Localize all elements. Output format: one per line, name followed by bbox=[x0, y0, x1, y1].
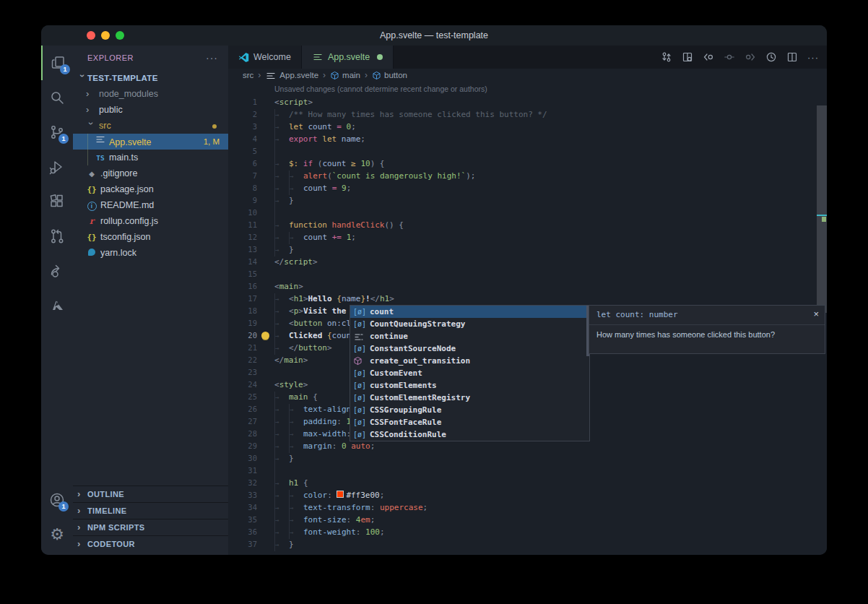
code-line-34[interactable]: 34→→text-transform: uppercase; bbox=[228, 501, 827, 514]
codelens-annotation[interactable]: Unsaved changes (cannot determine recent… bbox=[228, 82, 827, 96]
activity-item-github-pull-requests[interactable] bbox=[41, 219, 73, 254]
next-change-button[interactable] bbox=[742, 49, 758, 65]
suggest-item-CustomElementRegistry[interactable]: [ø]CustomElementRegistry bbox=[350, 392, 589, 404]
breadcrumb-item-src[interactable]: src bbox=[243, 69, 253, 82]
breadcrumb-item-main[interactable]: main bbox=[330, 69, 360, 82]
tree-item-tsconfig-json[interactable]: {}tsconfig.json bbox=[73, 229, 228, 245]
file-history-button[interactable] bbox=[763, 49, 779, 65]
code-line-12[interactable]: 12→→count += 1; bbox=[228, 231, 827, 243]
scrollbar-slider[interactable] bbox=[817, 105, 827, 313]
breadcrumb-item-app-svelte[interactable]: App.svelte bbox=[265, 69, 318, 82]
code-line-7[interactable]: 7→→alert(`count is dangerously high!`); bbox=[228, 170, 827, 182]
lightbulb-icon[interactable] bbox=[261, 332, 269, 340]
tree-item-node_modules[interactable]: ›node_modules bbox=[73, 86, 228, 102]
suggest-label: CSSFontFaceRule bbox=[370, 416, 441, 428]
line-number: 33 bbox=[228, 489, 257, 501]
activity-item-settings[interactable]: ⚙ bbox=[41, 517, 73, 552]
tree-item-rollup-config-js[interactable]: rrollup.config.js bbox=[73, 213, 228, 229]
section-npm-scripts[interactable]: ›NPM SCRIPTS bbox=[73, 519, 228, 535]
code-line-6[interactable]: 6→$: if (count ≥ 10) { bbox=[228, 158, 827, 170]
activity-item-search[interactable] bbox=[41, 80, 73, 115]
close-icon[interactable]: × bbox=[813, 309, 819, 319]
chevron-down-icon: › bbox=[74, 74, 90, 85]
suggest-item-CSSGroupingRule[interactable]: [ø]CSSGroupingRule bbox=[350, 404, 589, 416]
code-line-31[interactable]: 31 bbox=[228, 465, 827, 477]
suggest-item-CSSFontFaceRule[interactable]: [ø]CSSFontFaceRule bbox=[350, 416, 589, 428]
tab-welcome[interactable]: Welcome bbox=[228, 46, 302, 69]
suggest-item-create_out_transition[interactable]: create_out_transition bbox=[350, 355, 589, 367]
breadcrumb-item-button[interactable]: button bbox=[372, 69, 407, 82]
suggest-item-CSSConditionRule[interactable]: [ø]CSSConditionRule bbox=[350, 428, 589, 441]
indent-guide: → bbox=[274, 171, 289, 183]
code-line-35[interactable]: 35→→font-size: 4em; bbox=[228, 514, 827, 526]
current-change-button[interactable] bbox=[721, 49, 737, 65]
activity-item-extensions[interactable] bbox=[41, 184, 73, 219]
code-line-1[interactable]: 1<script> bbox=[228, 96, 827, 108]
more-actions-button[interactable]: ··· bbox=[805, 49, 821, 65]
activity-item-accounts[interactable]: 1 bbox=[41, 483, 73, 517]
code-line-30[interactable]: 30→} bbox=[228, 452, 827, 465]
explorer-more-actions-button[interactable]: ··· bbox=[206, 46, 218, 70]
section-timeline[interactable]: ›TIMELINE bbox=[73, 502, 228, 519]
explorer-root-folder[interactable]: ›TEST-TEMPLATE bbox=[73, 70, 228, 86]
line-content: →} bbox=[274, 243, 294, 256]
activity-item-live-share[interactable] bbox=[41, 254, 73, 288]
suggest-item-count[interactable]: [ø]count bbox=[350, 306, 589, 318]
split-editor-button[interactable] bbox=[784, 49, 800, 65]
code-line-37[interactable]: 37→} bbox=[228, 538, 827, 551]
code-line-2[interactable]: 2→/** How many times has someone clicked… bbox=[228, 108, 827, 121]
tree-item-main-ts[interactable]: TSmain.ts bbox=[73, 150, 228, 165]
activity-item-azure[interactable] bbox=[41, 288, 73, 323]
tree-item-public[interactable]: ›public bbox=[73, 102, 228, 118]
activity-item-explorer[interactable]: 1 bbox=[41, 46, 74, 80]
code-line-4[interactable]: 4→export let name; bbox=[228, 133, 827, 145]
tree-item-app-svelte[interactable]: App.svelte1, M bbox=[73, 134, 228, 150]
activity-item-source-control[interactable]: 1 bbox=[41, 115, 73, 150]
yarn-file-icon bbox=[86, 245, 97, 261]
code-line-17[interactable]: 17→<h1>Hello {name}!</h1> bbox=[228, 293, 827, 305]
code-line-29[interactable]: 29→→margin: 0 auto; bbox=[228, 440, 827, 452]
suggest-item-customElements[interactable]: [ø]customElements bbox=[350, 379, 589, 392]
symbol-var-icon: [ø] bbox=[353, 392, 366, 404]
suggest-item-ConstantSourceNode[interactable]: [ø]ConstantSourceNode bbox=[350, 342, 589, 355]
suggest-docs-signature: let count: number bbox=[589, 306, 825, 325]
code-line-3[interactable]: 3→let count = 0; bbox=[228, 121, 827, 133]
breadcrumb-label: button bbox=[384, 69, 407, 82]
overview-ruler-cursor-marker bbox=[817, 215, 827, 216]
section-outline[interactable]: ›OUTLINE bbox=[73, 486, 228, 502]
code-line-5[interactable]: 5 bbox=[228, 145, 827, 158]
suggest-label: continue bbox=[370, 330, 408, 342]
modified-dot bbox=[212, 124, 217, 129]
code-line-15[interactable]: 15 bbox=[228, 268, 827, 280]
suggest-item-CustomEvent[interactable]: [ø]CustomEvent bbox=[350, 367, 589, 379]
section-codetour[interactable]: ›CODETOUR bbox=[73, 535, 228, 552]
open-changes-button[interactable] bbox=[680, 49, 695, 65]
code-line-13[interactable]: 13→} bbox=[228, 243, 827, 256]
code-line-9[interactable]: 9→} bbox=[228, 194, 827, 207]
code-line-8[interactable]: 8→→count = 9; bbox=[228, 182, 827, 194]
tab-app-svelte[interactable]: App.svelte bbox=[302, 46, 394, 69]
activity-item-run-debug[interactable] bbox=[41, 150, 73, 184]
code-line-32[interactable]: 32→h1 { bbox=[228, 477, 827, 489]
tree-item-gitignore[interactable]: ◆.gitignore bbox=[73, 165, 228, 181]
tree-item-yarn-lock[interactable]: yarn.lock bbox=[73, 245, 228, 261]
line-content: <main> bbox=[274, 280, 303, 293]
suggest-item-continue[interactable]: continue bbox=[350, 330, 589, 342]
color-swatch[interactable] bbox=[337, 491, 344, 498]
code-line-14[interactable]: 14</script> bbox=[228, 256, 827, 268]
compare-changes-button[interactable] bbox=[659, 49, 674, 65]
indent-guide: → bbox=[274, 441, 289, 453]
tree-item-src[interactable]: ›src bbox=[73, 118, 228, 134]
line-content: →<h1>Hello {name}!</h1> bbox=[274, 293, 394, 306]
indent-guide: → bbox=[274, 244, 289, 256]
code-line-11[interactable]: 11→function handleClick() { bbox=[228, 219, 827, 231]
code-line-33[interactable]: 33→→color: #ff3e00; bbox=[228, 489, 827, 501]
code-line-16[interactable]: 16<main> bbox=[228, 280, 827, 293]
json-file-icon: {} bbox=[86, 182, 97, 198]
code-line-36[interactable]: 36→→font-weight: 100; bbox=[228, 526, 827, 538]
tree-item-readme-md[interactable]: iREADME.md bbox=[73, 197, 228, 213]
tree-item-package-json[interactable]: {}package.json bbox=[73, 181, 228, 197]
code-line-10[interactable]: 10 bbox=[228, 207, 827, 219]
suggest-item-CountQueuingStrategy[interactable]: [ø]CountQueuingStrategy bbox=[350, 318, 589, 330]
previous-change-button[interactable] bbox=[700, 49, 716, 65]
